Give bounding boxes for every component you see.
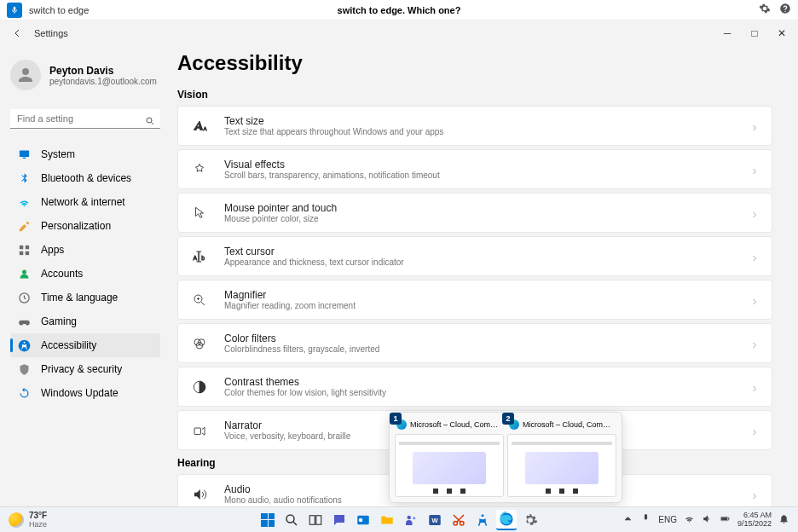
setting-desc: Colorblindness filters, grayscale, inver… — [224, 344, 749, 354]
title-bar: Settings ─ □ ✕ — [0, 20, 798, 46]
svg-rect-25 — [316, 515, 321, 524]
sidebar-item-gaming[interactable]: Gaming — [10, 309, 160, 333]
setting-card-magnifier[interactable]: Magnifier Magnifier reading, zoom increm… — [177, 280, 772, 320]
svg-text:b: b — [201, 254, 205, 260]
svg-text:W: W — [431, 517, 438, 524]
settings-taskbar-icon[interactable] — [520, 510, 541, 530]
taskbar: 73°F Haze W ENG 6:45 AM 9/15/2022 — [0, 506, 798, 532]
preview-badge: 1 — [390, 413, 402, 425]
cursor-icon: Ab — [190, 247, 209, 266]
profile-name: Peyton Davis — [49, 65, 157, 77]
sidebar-item-accounts[interactable]: Accounts — [10, 262, 160, 286]
wifi-icon[interactable] — [684, 513, 695, 526]
battery-icon[interactable] — [720, 513, 731, 526]
tray-lang[interactable]: ENG — [658, 515, 677, 524]
teams-icon[interactable] — [401, 510, 421, 530]
sidebar-item-label: Network & internet — [41, 196, 125, 208]
explorer-icon[interactable] — [377, 510, 397, 530]
voice-query-text: switch to edge — [29, 5, 89, 15]
clock[interactable]: 6:45 AM 9/15/2022 — [737, 512, 772, 529]
window-preview[interactable]: 1 Microsoft – Cloud, Computers, ... — [395, 418, 504, 497]
setting-card-cursor[interactable]: Ab Text cursor Appearance and thickness,… — [177, 236, 772, 276]
svg-text:A: A — [204, 126, 207, 131]
back-button[interactable] — [10, 26, 24, 40]
setting-card-colorfilter[interactable]: Color filters Colorblindness filters, gr… — [177, 323, 772, 363]
minimize-button[interactable]: ─ — [721, 27, 733, 39]
mouse-icon — [190, 204, 209, 223]
window-title: Settings — [34, 28, 68, 38]
svg-point-0 — [147, 118, 152, 123]
search-input[interactable] — [10, 109, 160, 129]
sidebar-item-personalization[interactable]: Personalization — [10, 214, 160, 238]
sidebar-item-bluetooth[interactable]: Bluetooth & devices — [10, 166, 160, 190]
update-icon — [17, 386, 31, 400]
window-preview[interactable]: 2 Microsoft – Cloud, Computers, ... — [507, 418, 616, 497]
chevron-right-icon — [749, 165, 760, 175]
sidebar: Peyton Davis peytondavis.1@outlook.com S… — [0, 46, 171, 506]
sidebar-item-accessibility[interactable]: Accessibility — [10, 333, 160, 357]
chevron-right-icon — [749, 252, 760, 262]
setting-desc: Magnifier reading, zoom increment — [224, 301, 749, 310]
profile-email: peytondavis.1@outlook.com — [49, 77, 157, 86]
preview-title: Microsoft – Cloud, Computers, ... — [410, 420, 502, 429]
sidebar-item-label: Bluetooth & devices — [41, 172, 131, 184]
svg-rect-3 — [19, 245, 22, 248]
sidebar-item-apps[interactable]: Apps — [10, 238, 160, 262]
microphone-icon[interactable] — [7, 3, 22, 18]
edge-icon[interactable] — [496, 510, 517, 530]
sidebar-item-label: System — [41, 148, 75, 160]
sidebar-item-update[interactable]: Windows Update — [10, 381, 160, 405]
settings-gear-icon[interactable] — [759, 3, 771, 18]
profile-card[interactable]: Peyton Davis peytondavis.1@outlook.com — [10, 55, 160, 95]
setting-card-contrast[interactable]: Contrast themes Color themes for low vis… — [177, 367, 772, 407]
chevron-right-icon — [749, 295, 760, 305]
tray-mic-icon[interactable] — [640, 513, 651, 526]
search-icon — [145, 114, 155, 124]
setting-title: Contrast themes — [224, 376, 749, 388]
notifications-icon[interactable] — [778, 513, 789, 526]
preview-thumbnail — [395, 434, 504, 497]
sidebar-item-label: Personalization — [41, 220, 111, 232]
setting-title: Visual effects — [224, 159, 749, 171]
outlook-icon[interactable] — [353, 510, 373, 530]
volume-icon[interactable] — [702, 513, 713, 526]
taskbar-search-icon[interactable] — [281, 510, 302, 530]
svg-point-33 — [482, 514, 484, 517]
start-button[interactable] — [257, 510, 278, 530]
chat-icon[interactable] — [329, 510, 350, 530]
setting-card-mouse[interactable]: Mouse pointer and touch Mouse pointer co… — [177, 193, 772, 233]
word-icon[interactable]: W — [425, 510, 445, 530]
sidebar-item-system[interactable]: System — [10, 142, 160, 166]
setting-card-textsize[interactable]: A Text size Text size that appears throu… — [177, 106, 772, 146]
svg-point-27 — [408, 515, 412, 519]
close-button[interactable]: ✕ — [776, 27, 788, 39]
sidebar-item-network[interactable]: Network & internet — [10, 190, 160, 214]
chevron-right-icon — [749, 489, 760, 500]
setting-title: Mouse pointer and touch — [224, 202, 749, 214]
contrast-icon — [190, 378, 209, 396]
sidebar-item-time[interactable]: Time & language — [10, 286, 160, 309]
svg-point-10 — [23, 341, 25, 343]
svg-rect-2 — [22, 157, 26, 158]
setting-title: Magnifier — [224, 289, 749, 301]
tray-chevron-icon[interactable] — [622, 513, 633, 526]
maximize-button[interactable]: □ — [749, 27, 760, 39]
weather-temp: 73°F — [29, 511, 47, 520]
setting-desc: Color themes for low vision, light sensi… — [224, 388, 749, 397]
setting-desc: Appearance and thickness, text cursor in… — [224, 257, 749, 267]
accessibility-taskbar-icon[interactable] — [472, 510, 493, 530]
sidebar-item-label: Gaming — [41, 315, 77, 327]
snip-icon[interactable] — [448, 510, 469, 530]
setting-desc: Mouse pointer color, size — [224, 214, 749, 223]
voice-prompt-text: switch to edge. Which one? — [338, 5, 461, 15]
chevron-right-icon — [749, 338, 760, 349]
help-icon[interactable] — [779, 3, 791, 18]
weather-widget[interactable]: 73°F Haze — [9, 511, 47, 529]
apps-icon — [17, 243, 31, 257]
sidebar-item-privacy[interactable]: Privacy & security — [10, 357, 160, 381]
setting-desc: Scroll bars, transparency, animations, n… — [224, 171, 749, 180]
sidebar-item-label: Accessibility — [41, 339, 96, 351]
setting-card-visual[interactable]: Visual effects Scroll bars, transparency… — [177, 149, 772, 189]
task-view-icon[interactable] — [305, 510, 326, 530]
network-icon — [17, 195, 31, 209]
